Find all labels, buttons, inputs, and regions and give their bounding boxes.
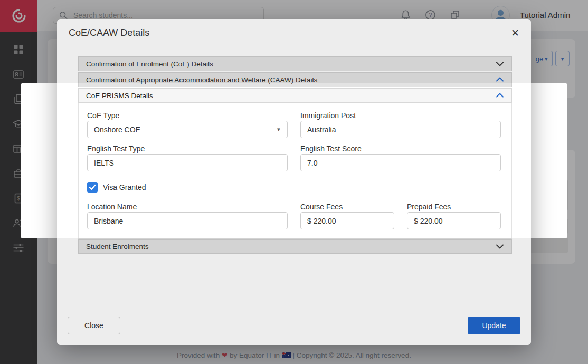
course-fees-input[interactable] — [300, 212, 394, 229]
accordion-caaw-details[interactable]: Confirmation of Appropriate Accommodatio… — [78, 72, 512, 87]
accordion-student-enrolments[interactable]: Student Enrolments — [78, 239, 512, 254]
check-icon — [89, 184, 96, 190]
immigration-post-label: Immigration Post — [300, 111, 356, 120]
coe-type-label: CoE Type — [87, 111, 119, 120]
chevron-up-icon — [496, 76, 504, 83]
coe-type-select[interactable] — [87, 121, 288, 138]
accordion-label: Confirmation of Appropriate Accommodatio… — [86, 76, 496, 84]
location-name-label: Location Name — [87, 203, 137, 211]
course-fees-label: Course Fees — [300, 203, 343, 211]
modal-title: CoE/CAAW Details — [69, 27, 511, 39]
close-button[interactable]: Close — [68, 317, 120, 334]
english-test-type-input[interactable] — [87, 154, 288, 171]
location-name-input[interactable] — [87, 212, 288, 229]
chevron-down-icon — [496, 61, 504, 67]
accordion-label: Confirmation of Enrolment (CoE) Details — [86, 60, 496, 68]
accordion-label: Student Enrolments — [86, 243, 496, 251]
accordion-label: CoE PRISMS Details — [86, 92, 496, 100]
screen: $ — [0, 0, 588, 364]
chevron-down-icon — [496, 243, 504, 250]
english-test-score-label: English Test Score — [300, 145, 362, 153]
modal-header: CoE/CAAW Details ✕ — [57, 19, 531, 46]
immigration-post-input[interactable] — [300, 121, 501, 138]
coe-caaw-details-modal: CoE/CAAW Details ✕ Confirmation of Enrol… — [57, 19, 531, 345]
english-test-score-input[interactable] — [300, 154, 501, 171]
update-button[interactable]: Update — [468, 317, 520, 334]
english-test-type-label: English Test Type — [87, 145, 145, 153]
chevron-up-icon — [496, 92, 504, 99]
visa-granted-label: Visa Granted — [103, 183, 146, 191]
visa-granted-checkbox[interactable] — [87, 182, 98, 193]
close-icon[interactable]: ✕ — [511, 28, 519, 38]
prepaid-fees-label: Prepaid Fees — [407, 203, 451, 211]
accordion-coe-details[interactable]: Confirmation of Enrolment (CoE) Details — [78, 56, 512, 71]
prepaid-fees-input[interactable] — [407, 212, 501, 229]
coe-prisms-form: CoE Type ▾ Immigration Post English Test… — [78, 103, 512, 239]
accordion-coe-prisms-details[interactable]: CoE PRISMS Details — [78, 88, 512, 103]
accordion-group: Confirmation of Enrolment (CoE) Details … — [78, 56, 512, 254]
